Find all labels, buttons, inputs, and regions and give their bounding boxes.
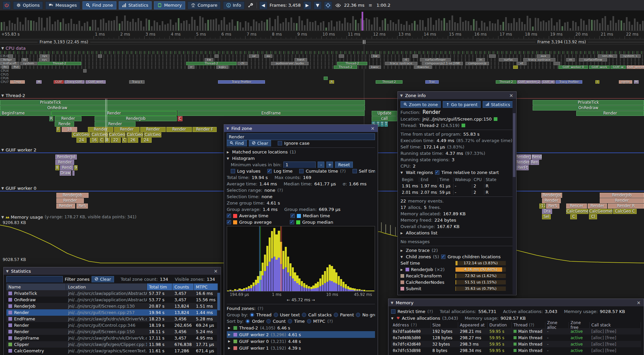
frame-bar[interactable] bbox=[537, 18, 539, 31]
group-children-checkbox[interactable] bbox=[441, 255, 445, 259]
frame-bar[interactable] bbox=[170, 19, 171, 31]
frame-bar[interactable] bbox=[210, 19, 212, 31]
frame-bar[interactable] bbox=[551, 18, 552, 31]
frame-bar[interactable] bbox=[508, 23, 509, 31]
sort-by-radio[interactable] bbox=[307, 319, 311, 323]
timeline-zone[interactable]: 24 bbox=[141, 138, 152, 143]
frame-bar[interactable] bbox=[502, 22, 504, 31]
frame-time-graph[interactable] bbox=[0, 11, 644, 31]
frame-bar[interactable] bbox=[358, 23, 359, 31]
table-row[interactable]: OnRedrawjni/../jni/src/claw/application/… bbox=[6, 297, 218, 303]
table-row[interactable]: RenderJobjni/../jni/src/guif/Screen.cpp:… bbox=[6, 303, 218, 309]
frame-bar[interactable] bbox=[409, 25, 410, 31]
close-icon[interactable]: × bbox=[636, 300, 641, 305]
frame-bar[interactable] bbox=[113, 20, 115, 31]
frame-bar[interactable] bbox=[519, 18, 520, 31]
group-by-radio[interactable] bbox=[274, 313, 278, 317]
frame-bar[interactable] bbox=[492, 23, 493, 31]
timeline-zone[interactable]: 18 bbox=[62, 127, 77, 132]
cpu-zone[interactable] bbox=[489, 54, 496, 58]
cpu-zone[interactable]: Tracy Profiler bbox=[555, 80, 582, 84]
frame-bar[interactable] bbox=[30, 20, 32, 31]
timeline-zone[interactable]: CalcGeo bbox=[72, 132, 91, 137]
frame-bar[interactable] bbox=[253, 19, 255, 31]
timeline-zone[interactable]: RenderJob bbox=[600, 193, 644, 198]
frame-bar[interactable] bbox=[500, 25, 501, 31]
frame-bar[interactable] bbox=[178, 18, 179, 31]
frame-bar[interactable] bbox=[186, 20, 187, 31]
cpu-zone[interactable]: GUIF worl bbox=[86, 80, 106, 84]
frame-bar[interactable] bbox=[484, 23, 485, 31]
cpu-zone[interactable]: GUIF-work bbox=[589, 65, 610, 69]
frame-bar[interactable] bbox=[49, 16, 51, 31]
timeline-zone[interactable]: CalcGeomet bbox=[589, 209, 612, 214]
frame-bar[interactable] bbox=[524, 24, 526, 31]
frame-bar[interactable] bbox=[215, 18, 217, 31]
frame-bar[interactable] bbox=[548, 20, 550, 31]
scrollbar-thumb[interactable] bbox=[217, 293, 220, 310]
column-header-appeared[interactable]: Appeared at bbox=[458, 322, 488, 328]
self-time-checkbox[interactable] bbox=[353, 169, 357, 173]
call-stack-cell[interactable]: [alloc] [free] bbox=[590, 348, 641, 353]
location-value[interactable]: jni/../jni/src/guif/Screen.cpp:150 bbox=[422, 117, 491, 122]
min-bin-input[interactable] bbox=[283, 162, 316, 168]
cpu-zone[interactable]: sys bbox=[40, 54, 50, 58]
frame-bar[interactable] bbox=[60, 22, 61, 31]
cpu-zone[interactable]: surfaceflinger bbox=[420, 58, 451, 61]
frame-bar[interactable] bbox=[44, 28, 45, 31]
find-button[interactable]: Find bbox=[227, 140, 247, 146]
find-zone-search-input[interactable] bbox=[227, 133, 375, 140]
frame-bar[interactable] bbox=[143, 27, 145, 31]
table-row[interactable]: Renderjni/../jni/src/guif/Screen.cpp:150… bbox=[6, 328, 218, 335]
frame-bar[interactable] bbox=[172, 25, 174, 31]
frame-bar[interactable] bbox=[307, 19, 308, 31]
timeline-zone[interactable]: F bbox=[56, 127, 60, 132]
frame-bar[interactable] bbox=[146, 18, 147, 31]
frame-bar[interactable] bbox=[264, 22, 265, 31]
go-to-parent-button[interactable]: ↑ Go to parent bbox=[443, 101, 480, 108]
frame-bar[interactable] bbox=[3, 22, 5, 31]
frame-bar[interactable] bbox=[417, 25, 418, 31]
cpu-zone[interactable]: ial bbox=[249, 54, 259, 58]
frame-bar[interactable] bbox=[229, 23, 230, 31]
timeline-zone[interactable]: Render bbox=[588, 204, 607, 209]
frame-bar[interactable] bbox=[14, 24, 16, 31]
timeline-zone[interactable]: -17 bbox=[539, 204, 545, 209]
timeline-zone[interactable]: Update bbox=[372, 111, 397, 116]
frame-bar[interactable] bbox=[164, 25, 166, 31]
frame-bar[interactable] bbox=[586, 25, 587, 31]
frame-bar[interactable] bbox=[570, 28, 571, 31]
group-by-radio[interactable] bbox=[334, 313, 338, 317]
frame-bar[interactable] bbox=[521, 22, 523, 31]
cpu-zone[interactable]: A bbox=[329, 80, 334, 84]
frame-bar[interactable] bbox=[473, 19, 475, 31]
frame-bar[interactable] bbox=[411, 23, 413, 31]
close-icon[interactable]: × bbox=[370, 126, 375, 131]
cpu-zone[interactable] bbox=[513, 65, 518, 69]
frame-bar[interactable] bbox=[497, 19, 499, 31]
prev-frame-button[interactable]: ◀ bbox=[259, 1, 267, 9]
child-zone-row[interactable]: Self time172.14 us (3.83%) bbox=[400, 260, 514, 266]
frame-bar[interactable] bbox=[320, 23, 322, 31]
frame-bar[interactable] bbox=[36, 22, 37, 31]
timeline-zone[interactable]: Render bbox=[56, 198, 84, 203]
frame-bar[interactable] bbox=[328, 22, 330, 31]
frame-bar[interactable] bbox=[89, 27, 91, 31]
frame-bar[interactable] bbox=[167, 24, 169, 31]
cpu-zone[interactable]: in bbox=[476, 58, 485, 61]
cpu-zone[interactable]: Thread-2 bbox=[186, 62, 236, 65]
frame-bar[interactable] bbox=[392, 22, 394, 31]
cpu-zone[interactable]: syste bbox=[619, 80, 632, 84]
frame-bar[interactable] bbox=[250, 26, 252, 31]
cpu-zone[interactable]: I bbox=[595, 80, 599, 84]
frame-bar[interactable] bbox=[465, 20, 467, 31]
matched-source-locations-toggle[interactable]: ▶ Matched source locations (1) bbox=[227, 149, 375, 155]
frame-bar[interactable] bbox=[511, 23, 512, 31]
frame-bar[interactable] bbox=[213, 19, 214, 31]
frame-bar[interactable] bbox=[559, 19, 560, 31]
zone-trace-toggle[interactable]: ▶ Zone trace (2) bbox=[400, 247, 514, 254]
timeline-zone[interactable]: C bbox=[99, 138, 104, 143]
frame-bar[interactable] bbox=[256, 21, 257, 31]
frame-select-button[interactable]: ▼ bbox=[314, 1, 322, 9]
frame-bar[interactable] bbox=[344, 18, 346, 31]
